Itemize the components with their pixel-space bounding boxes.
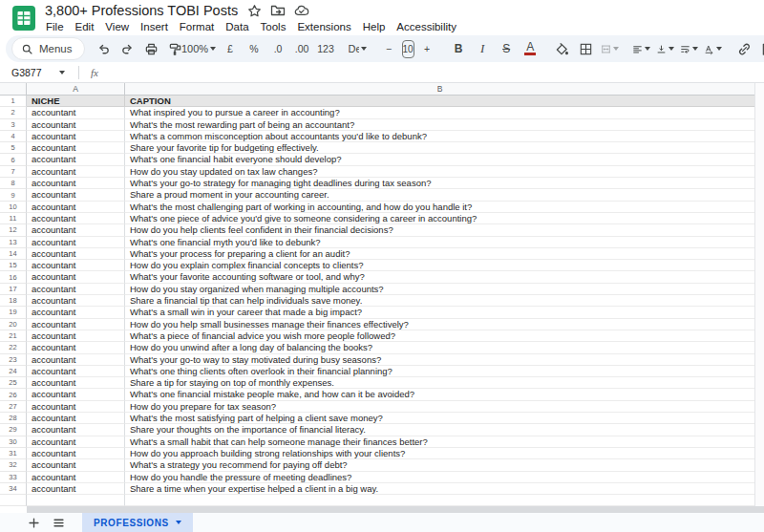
cell-caption[interactable]: How do you help small businesses manage … [125, 319, 754, 330]
name-box[interactable]: G3877 [0, 67, 73, 78]
cloud-saved-icon[interactable] [294, 3, 309, 18]
vertical-align-button[interactable] [654, 37, 676, 60]
cell-niche[interactable]: accountant [27, 119, 125, 131]
menu-file[interactable]: File [40, 20, 70, 33]
row-number[interactable]: 18 [0, 295, 27, 307]
cell-caption[interactable]: Share a financial tip that can help indi… [125, 295, 754, 307]
menu-view[interactable]: View [99, 20, 135, 33]
row-number[interactable]: 27 [0, 401, 27, 413]
menu-format[interactable]: Format [174, 20, 220, 33]
cell-caption[interactable]: How do you stay updated on tax law chang… [125, 166, 754, 178]
cell-niche[interactable]: accountant [27, 483, 125, 495]
cell-caption[interactable]: Share a time when your expertise helped … [125, 483, 754, 495]
cell-niche[interactable]: accountant [27, 295, 125, 307]
cell-caption[interactable]: Share your thoughts on the importance of… [125, 424, 754, 436]
cell-caption[interactable]: What's a small win in your career that m… [125, 307, 754, 318]
horizontal-align-button[interactable] [630, 37, 652, 60]
cell-niche[interactable]: accountant [27, 284, 125, 295]
bold-button[interactable]: B [448, 37, 470, 60]
row-number[interactable]: 7 [0, 166, 27, 178]
row-number[interactable]: 26 [0, 389, 27, 400]
move-to-folder-icon[interactable] [270, 3, 286, 18]
decrease-font-size-button[interactable]: − [378, 37, 400, 60]
cell-niche[interactable]: accountant [27, 448, 125, 459]
percent-format-button[interactable]: % [244, 37, 265, 60]
row-number[interactable]: 32 [0, 459, 27, 471]
cell-niche[interactable]: accountant [27, 142, 125, 154]
more-formats-button[interactable]: 123 [315, 37, 337, 60]
merge-cells-button[interactable] [599, 37, 621, 60]
vertical-scrollbar[interactable] [754, 83, 764, 506]
cell-caption[interactable]: What's a small habit that can help someo… [125, 436, 754, 448]
cell-caption[interactable]: What's your process for preparing a clie… [125, 248, 754, 260]
row-number[interactable]: 33 [0, 472, 27, 483]
cell-niche[interactable]: accountant [27, 154, 125, 165]
zoom-control[interactable]: 100% [188, 37, 210, 60]
cell-caption[interactable]: What's a common misconception about acco… [125, 131, 754, 142]
row-number[interactable]: 8 [0, 178, 27, 189]
cell-caption[interactable]: How do you prepare for tax season? [125, 401, 754, 413]
row-number[interactable]: 23 [0, 354, 27, 366]
cell-niche[interactable]: accountant [27, 307, 125, 318]
cell-niche[interactable]: accountant [27, 213, 125, 224]
row-number[interactable]: 4 [0, 131, 27, 142]
row-number[interactable]: 1 [0, 96, 27, 107]
cell-niche[interactable]: accountant [27, 330, 125, 342]
font-selector[interactable]: Defaul... [347, 37, 369, 60]
menu-extensions[interactable]: Extensions [291, 20, 356, 33]
row-number[interactable]: 2 [0, 107, 27, 118]
row-number[interactable]: 24 [0, 366, 27, 377]
row-number[interactable]: 22 [0, 342, 27, 353]
cell-caption[interactable]: What's one financial habit everyone shou… [125, 154, 754, 165]
cell-niche[interactable]: accountant [27, 354, 125, 366]
cell-niche-header[interactable]: NICHE [27, 96, 125, 107]
add-sheet-button[interactable] [23, 514, 44, 531]
cell-caption[interactable]: Share your favorite tip for budgeting ef… [125, 142, 754, 154]
insert-link-button[interactable] [733, 37, 755, 60]
row-number[interactable]: 28 [0, 413, 27, 424]
cell-niche[interactable]: accountant [27, 436, 125, 448]
strikethrough-button[interactable]: S [496, 37, 518, 60]
cell-caption[interactable]: What's your favorite accounting software… [125, 271, 754, 283]
cell-niche[interactable]: accountant [27, 424, 125, 436]
column-header-b[interactable]: B [125, 83, 754, 95]
cell-niche[interactable]: accountant [27, 377, 125, 389]
cell-caption[interactable]: What inspired you to pursue a career in … [125, 107, 754, 118]
menus-search-button[interactable]: Menus [11, 37, 85, 60]
cell-niche[interactable]: accountant [27, 224, 125, 236]
sheet-tab-professions[interactable]: PROFESSIONS [82, 513, 193, 532]
row-number[interactable]: 16 [0, 271, 27, 283]
undo-button[interactable] [93, 37, 115, 60]
row-number[interactable]: 29 [0, 424, 27, 436]
cell-niche[interactable]: accountant [27, 342, 125, 353]
row-number[interactable]: 12 [0, 224, 27, 236]
cell-niche[interactable]: accountant [27, 189, 125, 201]
cell-caption[interactable]: What's the most rewarding part of being … [125, 119, 754, 131]
cell-niche[interactable]: accountant [27, 202, 125, 213]
row-number[interactable]: 21 [0, 330, 27, 342]
cell-niche[interactable]: accountant [27, 107, 125, 118]
cell-caption[interactable]: What's one piece of advice you'd give to… [125, 213, 754, 224]
document-title[interactable]: 3,800+ Professions TOBI Posts [45, 3, 238, 18]
cell-caption[interactable]: How do you help clients feel confident i… [125, 224, 754, 236]
row-number[interactable]: 5 [0, 142, 27, 154]
row-number[interactable]: 20 [0, 319, 27, 330]
select-all-corner[interactable] [0, 83, 27, 95]
menu-help[interactable]: Help [357, 20, 392, 33]
row-number[interactable]: 6 [0, 154, 27, 165]
cell-caption[interactable]: What's one financial mistake people make… [125, 389, 754, 400]
fill-color-button[interactable] [551, 37, 573, 60]
google-sheets-logo-icon[interactable] [11, 6, 36, 31]
row-number[interactable]: 10 [0, 202, 27, 213]
cell-niche[interactable]: accountant [27, 260, 125, 271]
cell-caption[interactable]: What's your go-to strategy for managing … [125, 178, 754, 189]
menu-edit[interactable]: Edit [70, 20, 100, 33]
menu-tools[interactable]: Tools [255, 20, 292, 33]
row-number[interactable]: 19 [0, 307, 27, 318]
currency-format-button[interactable]: £ [220, 37, 242, 60]
cell-niche[interactable]: accountant [27, 389, 125, 400]
cell-niche[interactable]: accountant [27, 166, 125, 178]
cell-caption[interactable]: What's one financial myth you'd like to … [125, 237, 754, 248]
cell-caption[interactable]: What's one thing clients often overlook … [125, 366, 754, 377]
cell-caption[interactable]: What's your go-to way to stay motivated … [125, 354, 754, 366]
